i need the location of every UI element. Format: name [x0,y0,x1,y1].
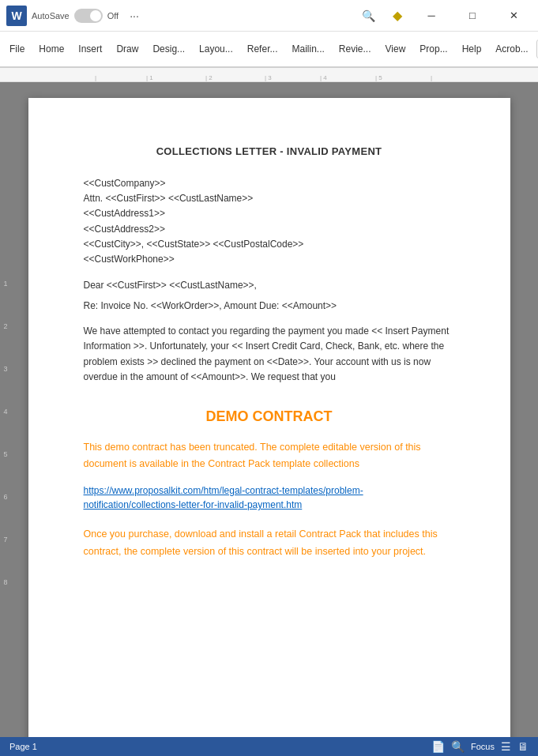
document-body: We have attempted to contact you regardi… [84,324,455,385]
diamond-button[interactable]: ◆ [386,5,408,26]
tab-review[interactable]: Revie... [333,39,378,59]
minimize-button[interactable]: ─ [413,3,450,28]
display-icon[interactable]: 🖥 [517,740,529,753]
demo-section: DEMO CONTRACT This demo contract has bee… [84,408,455,560]
ruler-marks: | | 1 | 2 | 3 | 4 | 5 | [0,68,538,81]
autosave-toggle[interactable] [74,9,103,23]
demo-text-2: Once you purchase, download and install … [84,526,455,560]
document-address: <<CustCompany>> Attn. <<CustFirst>> <<Cu… [84,176,455,267]
word-icon: W [6,6,27,26]
status-bar: Page 1 📄 🔍 Focus ☰ 🖥 [0,737,538,756]
address-line-1: <<CustCompany>> [84,176,455,191]
autosave-label: AutoSave [32,11,70,21]
status-icons: 📄 🔍 Focus ☰ 🖥 [431,740,529,753]
autosave-state: Off [107,11,119,21]
focus-icon[interactable]: 🔍 [451,740,465,753]
tab-mailings[interactable]: Mailin... [285,39,330,59]
demo-link[interactable]: https://www.proposalkit.com/htm/legal-co… [84,483,455,512]
focus-label[interactable]: Focus [471,742,495,751]
document-page: COLLECTIONS LETTER - INVALID PAYMENT <<C… [28,98,510,737]
tab-home[interactable]: Home [32,39,70,59]
close-button[interactable]: ✕ [495,3,532,28]
tab-references[interactable]: Refer... [241,39,284,59]
address-line-3: <<CustAddress1>> [84,206,455,221]
page-number[interactable]: Page 1 [9,742,37,751]
read-mode-icon[interactable]: 📄 [431,740,445,753]
tab-view[interactable]: View [379,39,412,59]
demo-title: DEMO CONTRACT [84,408,455,425]
document-re: Re: Invoice No. <<WorkOrder>>, Amount Du… [84,300,455,311]
tab-help[interactable]: Help [456,39,488,59]
more-button[interactable]: ··· [123,6,145,25]
toggle-knob [90,10,101,21]
document-salutation: Dear <<CustFirst>> <<CustLastName>>, [84,280,455,291]
tab-proprofs[interactable]: Prop... [413,39,453,59]
main-area: 1 2 3 4 5 6 7 8 COLLECTIONS LETTER - INV… [0,82,538,737]
address-line-2: Attn. <<CustFirst>> <<CustLastName>> [84,191,455,206]
title-bar: W AutoSave Off ··· 🔍 ◆ ─ □ ✕ [0,0,538,32]
ruler: | | 1 | 2 | 3 | 4 | 5 | [0,68,538,82]
layout-icon[interactable]: ☰ [501,740,511,753]
ribbon: File Home Insert Draw Desig... Layou... … [0,32,538,68]
demo-text-1: This demo contract has been truncated. T… [84,439,455,473]
tab-draw[interactable]: Draw [110,39,145,59]
tab-acrobat[interactable]: Acrob... [489,39,534,59]
margin-numbers: 1 2 3 4 5 6 7 8 [0,177,11,586]
search-button[interactable]: 🔍 [356,6,382,25]
maximize-button[interactable]: □ [454,3,491,28]
address-line-4: <<CustAddress2>> [84,222,455,237]
address-line-6: <<CustWorkPhone>> [84,252,455,267]
tab-insert[interactable]: Insert [72,39,108,59]
tab-design[interactable]: Desig... [146,39,191,59]
tab-layout[interactable]: Layou... [193,39,239,59]
document-title: COLLECTIONS LETTER - INVALID PAYMENT [84,145,455,157]
address-line-5: <<CustCity>>, <<CustState>> <<CustPostal… [84,237,455,252]
tab-file[interactable]: File [3,39,31,59]
